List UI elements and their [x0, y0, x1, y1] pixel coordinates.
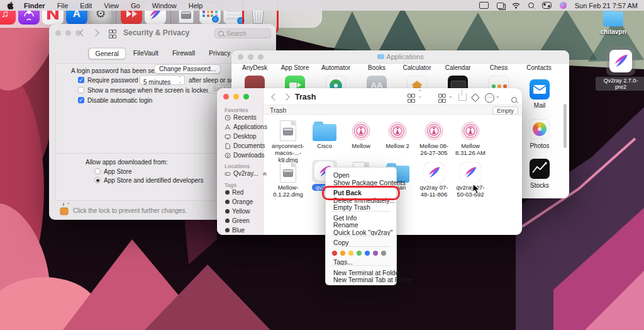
menu-item-tags[interactable]: Tags... — [333, 258, 353, 266]
trash-item[interactable]: Mellow 08-26-27-305 — [416, 118, 452, 156]
spotlight-icon[interactable] — [528, 3, 534, 8]
forward-icon[interactable] — [282, 93, 289, 100]
trash-item[interactable]: Mellow 2 — [379, 118, 416, 149]
tab-filevault[interactable]: FileVault — [127, 48, 165, 59]
trash-item[interactable]: qv2ray 07-50-03-692 — [452, 160, 489, 198]
app-label[interactable]: Photos — [519, 142, 560, 149]
menu-item-show-package-contents[interactable]: Show Package Contents — [333, 179, 406, 186]
require-password-checkbox[interactable]: ✓ — [78, 77, 84, 83]
tag-red-icon[interactable] — [332, 251, 337, 256]
app-label[interactable]: Calculator — [397, 64, 437, 71]
change-password-button[interactable]: Change Password... — [154, 64, 221, 74]
display-icon[interactable] — [479, 2, 489, 9]
zoom-button[interactable] — [243, 94, 249, 100]
sidebar-item-desktop[interactable]: Desktop — [225, 133, 257, 140]
menu-item-new-terminal-at-folder[interactable]: New Terminal at Folder — [333, 269, 401, 276]
wifi-icon[interactable] — [512, 3, 520, 9]
tag-purple-icon[interactable] — [373, 251, 378, 256]
sidebar-item-tag-blue[interactable]: Blue — [225, 227, 245, 234]
photos-icon[interactable] — [530, 119, 550, 139]
search-field[interactable]: Search — [214, 28, 271, 38]
mail-icon[interactable] — [530, 79, 550, 100]
more-chevron-icon[interactable]: ⌄ — [496, 93, 500, 99]
zoom-button[interactable] — [258, 54, 264, 60]
tag-blue-icon[interactable] — [365, 251, 370, 256]
desktop-icon-qv2ray[interactable]: Qv2ray 2.7.0-pre2 — [596, 47, 644, 91]
app-label[interactable]: Automator — [316, 64, 356, 71]
siri-icon[interactable] — [560, 2, 567, 9]
back-icon[interactable] — [271, 93, 278, 100]
tab-general[interactable]: General — [88, 48, 125, 59]
stocks-icon[interactable] — [530, 159, 550, 179]
tag-icon[interactable] — [471, 93, 480, 102]
trash-item[interactable]: Mellow-0.1.22.dmg — [270, 160, 306, 198]
tag-yellow-icon[interactable] — [348, 251, 353, 256]
radio-identified-developers[interactable] — [94, 177, 101, 183]
app-label[interactable]: Calendar — [438, 64, 478, 71]
unlocked-padlock-icon[interactable] — [59, 203, 69, 215]
menu-item-put-back[interactable]: Put Back — [333, 189, 362, 196]
minimize-button[interactable] — [248, 54, 253, 60]
menu-item-quick-look[interactable]: Quick Look "qv2ray" — [333, 229, 392, 236]
trash-item[interactable]: Mellow — [343, 118, 379, 149]
close-button[interactable] — [55, 30, 61, 36]
menu-item-get-info[interactable]: Get Info — [333, 214, 357, 222]
app-label[interactable]: Mail — [519, 102, 560, 109]
tab-firewall[interactable]: Firewall — [166, 48, 201, 59]
tag-green-icon[interactable] — [357, 251, 362, 256]
menu-bar-clock[interactable]: Sun Feb 21 7:57 AM — [575, 2, 638, 9]
trash-item[interactable]: anyconnect-macos-...-k9.dmg — [270, 118, 306, 164]
show-all-icon[interactable] — [109, 30, 115, 38]
search-icon[interactable] — [511, 97, 517, 103]
scrollbar[interactable] — [564, 104, 567, 148]
share-icon[interactable] — [458, 93, 467, 101]
menu-item-copy[interactable]: Copy — [333, 239, 349, 246]
menu-item-rename[interactable]: Rename — [333, 221, 358, 229]
eject-icon[interactable] — [262, 171, 267, 176]
menu-finder[interactable]: Finder — [24, 2, 45, 9]
app-label[interactable]: App Store — [275, 64, 315, 71]
screen-mirroring-icon[interactable] — [497, 3, 504, 9]
group-chevron-icon[interactable]: ⌄ — [448, 93, 453, 99]
menu-edit[interactable]: Edit — [80, 2, 92, 9]
sidebar-item-tag-yellow[interactable]: Yellow — [225, 208, 250, 215]
tag-orange-icon[interactable] — [340, 251, 345, 256]
radio-app-store[interactable] — [94, 168, 101, 174]
app-label[interactable]: Books — [357, 64, 397, 71]
menu-file[interactable]: File — [57, 2, 69, 9]
app-label[interactable]: Contacts — [519, 64, 559, 71]
sidebar-item-recents[interactable]: Recents — [225, 114, 257, 121]
sort-updown-icon[interactable]: ⌃⌄ — [418, 89, 422, 98]
control-center-icon[interactable] — [542, 2, 552, 9]
menu-view[interactable]: View — [104, 2, 119, 9]
show-message-checkbox[interactable] — [78, 87, 84, 93]
menu-help[interactable]: Help — [189, 2, 203, 9]
menu-window[interactable]: Window — [152, 2, 177, 9]
more-actions-icon[interactable]: ⋯ — [485, 93, 494, 103]
apple-menu-icon[interactable] — [6, 1, 14, 10]
sidebar-item-downloads[interactable]: Downloads — [225, 152, 264, 159]
close-button[interactable] — [238, 54, 243, 60]
forward-icon[interactable] — [92, 29, 99, 36]
minimize-button[interactable] — [65, 30, 71, 36]
empty-trash-button[interactable]: Empty — [492, 106, 518, 115]
sidebar-item-tag-green[interactable]: Green — [225, 217, 250, 224]
sidebar-item-applications[interactable]: Applications — [225, 123, 267, 130]
menu-item-delete-immediately[interactable]: Delete Immediately... — [333, 196, 395, 204]
sidebar-item-qv2ray-volume[interactable]: Qv2ray... — [225, 170, 267, 177]
disable-auto-login-checkbox[interactable]: ✓ — [78, 97, 84, 103]
trash-item[interactable]: Cisco — [306, 118, 343, 149]
trash-item[interactable]: qv2ray 07-48-11-806 — [416, 160, 452, 198]
menu-item-empty-trash[interactable]: Empty Trash — [333, 203, 370, 211]
sidebar-item-tag-orange[interactable]: Orange — [225, 198, 253, 205]
desktop-icon-chitavpn[interactable]: chitavpn — [591, 11, 635, 35]
menu-item-open[interactable]: Open — [333, 171, 350, 179]
menu-go[interactable]: Go — [131, 2, 140, 9]
app-label[interactable]: Stocks — [519, 182, 560, 189]
sidebar-item-documents[interactable]: Documents — [225, 142, 265, 149]
tag-grey-icon[interactable] — [381, 251, 386, 256]
group-by-icon[interactable] — [438, 94, 445, 103]
close-button[interactable] — [223, 94, 229, 100]
trash-item[interactable]: Mellow 8.31.26 AM — [452, 118, 489, 156]
minimize-button[interactable] — [233, 94, 239, 100]
